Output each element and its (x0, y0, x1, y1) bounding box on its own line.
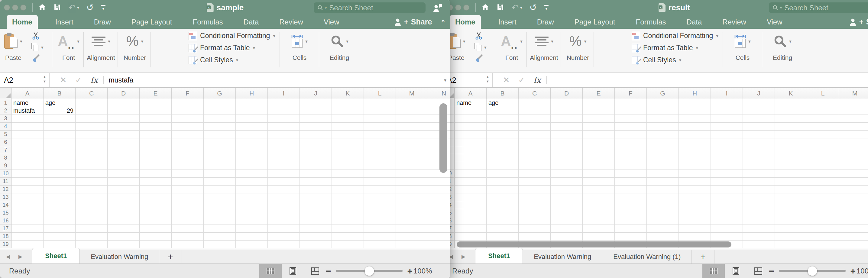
cell-M13[interactable] (396, 193, 428, 201)
cell-H4[interactable] (236, 123, 268, 130)
cell-L8[interactable] (807, 154, 839, 162)
column-header-E[interactable]: E (140, 88, 172, 99)
cell-F7[interactable] (172, 146, 204, 154)
cell-E15[interactable] (583, 209, 615, 217)
cell-L7[interactable] (364, 146, 396, 154)
cell-G15[interactable] (647, 209, 679, 217)
cell-I19[interactable] (268, 241, 300, 248)
cancel-entry-icon[interactable]: ✕ (60, 75, 67, 85)
cell-M3[interactable] (839, 115, 868, 123)
cell-K15[interactable] (332, 209, 364, 217)
cell-N12[interactable] (428, 186, 450, 193)
cell-F8[interactable] (615, 154, 647, 162)
cell-F4[interactable] (615, 123, 647, 130)
cell-K8[interactable] (332, 154, 364, 162)
cell-G3[interactable] (204, 115, 236, 123)
cell-C18[interactable] (75, 233, 107, 241)
cell-A1[interactable]: name (11, 99, 43, 107)
cell-M18[interactable] (839, 233, 868, 241)
cell-M3[interactable] (396, 115, 428, 123)
cell-M2[interactable] (396, 107, 428, 115)
cell-K17[interactable] (775, 225, 807, 233)
cell-styles-button[interactable]: Cell Styles ▾ (189, 55, 275, 65)
cell-H2[interactable] (679, 107, 711, 115)
row-header-2[interactable]: 2 (0, 107, 11, 115)
cell-E2[interactable] (140, 107, 172, 115)
cell-A8[interactable] (455, 154, 487, 162)
cell-G1[interactable] (647, 99, 679, 107)
tab-formulas[interactable]: Formulas (190, 15, 226, 29)
name-box-stepper[interactable]: ▲ ▼ (43, 75, 46, 83)
horizontal-scrollbar-thumb[interactable] (457, 241, 732, 247)
row-header-16[interactable]: 16 (0, 217, 11, 225)
cell-B15[interactable] (487, 209, 519, 217)
sheet-tab-sheet1[interactable]: Sheet1 (475, 248, 523, 264)
row-header-4[interactable]: 4 (0, 123, 11, 130)
cell-N17[interactable] (428, 225, 450, 233)
formula-input[interactable]: mustafa (109, 76, 133, 84)
cell-G1[interactable] (204, 99, 236, 107)
cell-C10[interactable] (519, 170, 551, 178)
cell-F3[interactable] (172, 115, 204, 123)
cell-B18[interactable] (487, 233, 519, 241)
cell-E10[interactable] (140, 170, 172, 178)
search-input[interactable]: ˅ Search Sheet (314, 2, 426, 13)
cell-H1[interactable] (679, 99, 711, 107)
cell-K1[interactable] (332, 99, 364, 107)
cell-B11[interactable] (43, 178, 75, 186)
page-break-view-button[interactable] (747, 264, 770, 278)
add-sheet-button[interactable]: + (692, 250, 714, 264)
cell-E2[interactable] (583, 107, 615, 115)
cell-B7[interactable] (43, 146, 75, 154)
cell-K9[interactable] (332, 162, 364, 170)
cell-B13[interactable] (487, 193, 519, 201)
cell-H8[interactable] (236, 154, 268, 162)
cell-I1[interactable] (711, 99, 743, 107)
column-header-N[interactable]: N (428, 88, 450, 99)
cell-G16[interactable] (647, 217, 679, 225)
cell-D16[interactable] (107, 217, 140, 225)
cell-G6[interactable] (647, 138, 679, 146)
column-header-J[interactable]: J (743, 88, 775, 99)
cell-L15[interactable] (807, 209, 839, 217)
cell-A14[interactable] (11, 201, 43, 209)
cell-B15[interactable] (43, 209, 75, 217)
cell-J10[interactable] (743, 170, 775, 178)
tab-home[interactable]: Home (7, 15, 38, 29)
cell-G15[interactable] (204, 209, 236, 217)
cell-C16[interactable] (519, 217, 551, 225)
cell-C4[interactable] (75, 123, 107, 130)
cell-A8[interactable] (11, 154, 43, 162)
cell-A19[interactable] (11, 241, 43, 248)
cell-I5[interactable] (711, 130, 743, 138)
cell-M8[interactable] (839, 154, 868, 162)
column-header-D[interactable]: D (107, 88, 140, 99)
cell-D16[interactable] (551, 217, 583, 225)
cell-M7[interactable] (839, 146, 868, 154)
column-header-H[interactable]: H (679, 88, 711, 99)
insert-function-icon[interactable]: fx (90, 75, 98, 85)
number-menu-button[interactable]: % ▾ Number (121, 31, 149, 61)
cell-A11[interactable] (455, 178, 487, 186)
cell-K19[interactable] (775, 241, 807, 248)
cell-B4[interactable] (43, 123, 75, 130)
cell-M1[interactable] (396, 99, 428, 107)
cell-H9[interactable] (236, 162, 268, 170)
cell-G12[interactable] (647, 186, 679, 193)
collapse-ribbon-icon[interactable]: ^ (441, 19, 445, 25)
cell-I9[interactable] (711, 162, 743, 170)
normal-view-button[interactable] (259, 264, 282, 278)
row-header-1[interactable]: 1 (0, 99, 11, 107)
zoom-in-icon[interactable]: + (850, 267, 856, 276)
cell-G16[interactable] (204, 217, 236, 225)
cell-D5[interactable] (107, 130, 140, 138)
cell-B12[interactable] (487, 186, 519, 193)
cell-F6[interactable] (172, 138, 204, 146)
cell-K9[interactable] (775, 162, 807, 170)
font-menu-button[interactable]: A.. ▾ Font (499, 31, 525, 61)
cell-I11[interactable] (711, 178, 743, 186)
cell-I8[interactable] (268, 154, 300, 162)
cell-M5[interactable] (839, 130, 868, 138)
cell-E11[interactable] (140, 178, 172, 186)
cell-M2[interactable] (839, 107, 868, 115)
